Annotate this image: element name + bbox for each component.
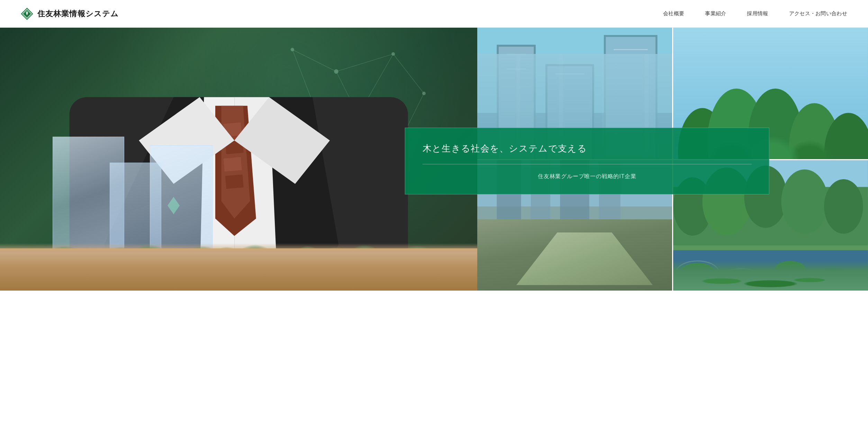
hero-text-box: 木と生きる社会を、システムで支える 住友林業グループ唯一の戦略的IT企業 — [405, 128, 769, 194]
header: 住友林業情報システム 会社概要 事業紹介 採用情報 アクセス・お問い合わせ — [0, 0, 868, 28]
svg-point-81 — [676, 261, 719, 284]
svg-point-64 — [599, 268, 667, 291]
svg-point-76 — [720, 271, 763, 291]
logo-diamond-icon — [21, 8, 33, 20]
main-nav: 会社概要 事業紹介 採用情報 アクセス・お問い合わせ — [663, 10, 847, 17]
hero-subtitle: 住友林業グループ唯一の戦略的IT企業 — [423, 173, 752, 180]
nav-item-access[interactable]: アクセス・お問い合わせ — [789, 10, 847, 17]
hero-tagline: 木と生きる社会を、システムで支える — [423, 142, 752, 164]
logo-area: 住友林業情報システム — [21, 8, 119, 20]
hero-section: 木と生きる社会を、システムで支える 住友林業グループ唯一の戦略的IT企業 — [0, 28, 868, 291]
nav-item-business[interactable]: 事業紹介 — [705, 10, 726, 17]
hands-visual — [0, 243, 477, 291]
svg-rect-74 — [673, 250, 868, 291]
svg-point-52 — [789, 103, 840, 159]
svg-point-78 — [814, 269, 853, 290]
svg-point-72 — [781, 170, 828, 234]
nav-item-company[interactable]: 会社概要 — [663, 10, 684, 17]
svg-point-82 — [716, 269, 767, 291]
svg-point-63 — [487, 265, 546, 291]
svg-point-77 — [775, 261, 806, 278]
logo-text: 住友林業情報システム — [37, 9, 119, 19]
svg-point-73 — [824, 179, 863, 234]
svg-point-75 — [680, 263, 715, 282]
svg-point-79 — [703, 286, 731, 291]
nav-item-recruit[interactable]: 採用情報 — [747, 10, 768, 17]
svg-rect-62 — [477, 275, 672, 291]
svg-point-80 — [792, 286, 827, 291]
svg-line-65 — [555, 244, 595, 246]
svg-point-53 — [824, 113, 868, 159]
